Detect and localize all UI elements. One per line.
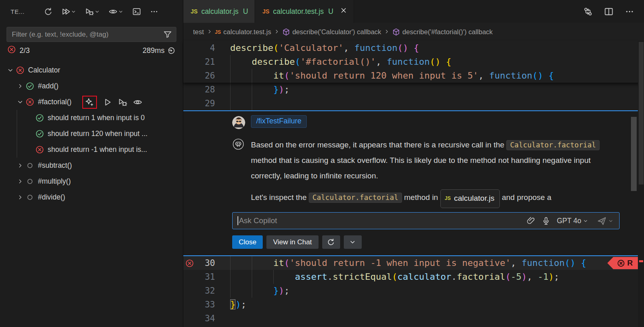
close-tab-icon[interactable] — [340, 7, 347, 16]
debug-all-action-button[interactable] — [118, 98, 127, 107]
more-icon — [625, 7, 634, 16]
more-editor-action-button[interactable] — [624, 6, 635, 17]
chevron-right-icon[interactable] — [15, 162, 24, 169]
file-reference-chip[interactable]: JScalculator.js — [440, 189, 500, 208]
gutter: 31 — [183, 270, 215, 284]
breadcrumb-item[interactable]: describe('#factorial()') callback — [392, 28, 493, 36]
watch-action-button[interactable] — [133, 98, 142, 107]
rerun-last-run-button[interactable] — [167, 46, 176, 55]
chat-scrollbar-thumb[interactable] — [631, 117, 637, 191]
test-tree-item-should-return-1-when-input-is-0[interactable]: should return 1 when input is 0 — [0, 110, 183, 126]
sparkle-icon — [85, 98, 94, 107]
filter-options-button[interactable] — [163, 30, 172, 39]
send-button[interactable] — [597, 216, 613, 226]
chevron-down-icon[interactable] — [15, 99, 24, 105]
terminal-toolbar-button[interactable] — [131, 6, 143, 18]
sticky-scroll: 4describe('Calculator', function() {21de… — [183, 41, 644, 83]
tab-calculator.js[interactable]: JScalculator.jsU — [183, 0, 255, 23]
indent-guide — [230, 270, 252, 284]
test-tree-item--add-[interactable]: #add() — [0, 78, 183, 94]
chevron-right-icon[interactable] — [15, 83, 24, 89]
editor-scrollbar[interactable] — [638, 41, 644, 327]
run-all-toolbar-button[interactable] — [60, 6, 78, 18]
attach-context-button[interactable] — [527, 217, 535, 225]
breadcrumb-separator — [207, 29, 212, 35]
test-state-none-icon — [24, 161, 35, 170]
split-editor-action-button[interactable] — [603, 6, 614, 17]
mic-button[interactable] — [542, 217, 550, 225]
message-text: Let's inspect the — [251, 193, 309, 202]
code-editor: 4describe('Calculator', function() {21de… — [183, 41, 644, 327]
model-picker[interactable]: GPT 4o — [557, 217, 588, 225]
test-tree-item--factorial-[interactable]: #factorial() — [0, 94, 183, 110]
code-line-4[interactable]: 4describe('Calculator', function() { — [183, 41, 644, 55]
code-text: describe('Calculator', function() { — [230, 41, 419, 55]
test-filter-input[interactable] — [12, 31, 163, 39]
chevron-down-icon — [95, 9, 100, 14]
test-item-label: #add() — [38, 82, 59, 90]
chevron-right-icon — [207, 29, 212, 34]
breadcrumb-label: describe('Calculator') callback — [292, 28, 381, 36]
compare-editor-action-button[interactable] — [582, 6, 593, 17]
tree-indent-guide — [17, 126, 17, 142]
gutter: 30 — [183, 256, 215, 270]
test-tree-item-should-return-120-when-input-[interactable]: should return 120 when input ... — [0, 126, 183, 142]
watch-toolbar-button[interactable] — [107, 6, 125, 18]
code-line-33[interactable]: 33}); — [183, 298, 644, 312]
indent-guide — [252, 83, 273, 97]
code-line-28[interactable]: 28}); — [183, 83, 644, 97]
play-action-button[interactable] — [103, 98, 112, 107]
code-text: it('should return -1 when input is negat… — [273, 256, 586, 270]
code-line-30[interactable]: 30it('should return -1 when input is neg… — [183, 256, 644, 270]
test-filter-box — [7, 27, 176, 42]
chevron-right-icon[interactable] — [15, 194, 24, 200]
code-line-29[interactable]: 29 — [183, 97, 644, 110]
refresh-toolbar-button[interactable] — [42, 6, 54, 18]
test-tree-item--multiply-[interactable]: #multiply() — [0, 173, 183, 189]
line-number: 21 — [196, 57, 215, 67]
test-failure-gutter-icon[interactable] — [183, 259, 196, 268]
test-tree: Calculator#add()#factorial()should retur… — [0, 59, 183, 327]
pass-icon — [35, 129, 44, 138]
breadcrumb-item[interactable]: test — [193, 28, 204, 36]
code-line-26[interactable]: 26it('should return 120 when input is 5'… — [183, 69, 644, 83]
sparkle-action-button[interactable] — [85, 98, 94, 107]
js-icon: JS — [215, 29, 221, 35]
code-line-32[interactable]: 32}); — [183, 284, 644, 298]
breadcrumb-item[interactable]: describe('Calculator') callback — [282, 28, 381, 36]
view-in-chat-button[interactable]: View in Chat — [266, 235, 318, 249]
code-line-31[interactable]: 31assert.strictEqual(calculator.factoria… — [183, 270, 644, 284]
test-tree-item--divide-[interactable]: #divide() — [0, 189, 183, 205]
gutter: 26 — [183, 69, 215, 83]
code-text: }); — [230, 298, 246, 312]
regenerate-button[interactable] — [322, 235, 340, 249]
chevron-down-icon — [349, 239, 356, 246]
test-item-label: should return 1 when input is 0 — [48, 114, 145, 122]
inline-code-chip: Calculator.factorial — [506, 140, 600, 150]
line-number: 32 — [196, 286, 215, 296]
code-line-34[interactable]: 34 — [183, 312, 644, 325]
code-text: assert.strictEqual(calculator.factorial(… — [295, 270, 559, 284]
chevron-down-icon[interactable] — [6, 67, 15, 74]
code-line-21[interactable]: 21describe('#factorial()', function() { — [183, 55, 644, 69]
test-tree-item--subtract-[interactable]: #subtract() — [0, 158, 183, 173]
test-tree-item-calculator[interactable]: Calculator — [0, 62, 183, 78]
model-label: GPT 4o — [557, 217, 581, 225]
test-tree-item-should-return-1-when-input-is-[interactable]: should return -1 when input is... — [0, 142, 183, 158]
close-button[interactable]: Close — [232, 235, 263, 249]
breadcrumb-item[interactable]: JScalculator.test.js — [215, 28, 271, 36]
chat-input-placeholder[interactable]: Ask Copilot — [239, 216, 527, 225]
more-toolbar-button[interactable] — [148, 6, 160, 18]
editor-scrollbar-thumb[interactable] — [639, 42, 644, 184]
pass-icon — [35, 114, 44, 122]
tab-calculator.test.js[interactable]: JScalculator.test.jsU — [255, 0, 354, 23]
chevron-right-icon[interactable] — [15, 178, 24, 184]
test-state-fail-icon — [24, 98, 35, 106]
file-chip-label: calculator.js — [454, 191, 494, 206]
send-icon — [597, 216, 607, 226]
test-failure-flag[interactable]: R — [607, 257, 642, 269]
debug-all-toolbar-button[interactable] — [84, 6, 101, 18]
error-icon — [35, 145, 44, 154]
more-actions-dropdown-button[interactable] — [344, 235, 362, 249]
indent-guide — [230, 97, 252, 110]
